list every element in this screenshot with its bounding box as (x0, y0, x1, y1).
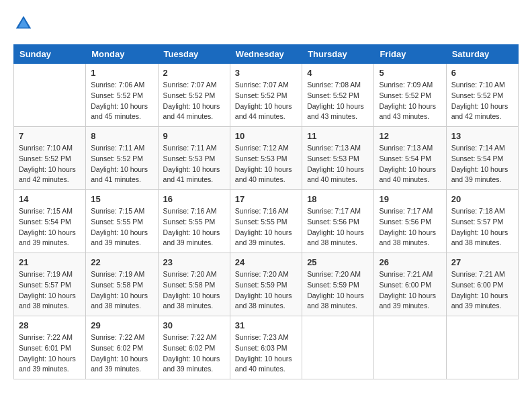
day-number: 31 (235, 320, 297, 330)
calendar-body: 1Sunrise: 7:06 AM Sunset: 5:52 PM Daylig… (14, 64, 519, 379)
calendar-week-row: 7Sunrise: 7:10 AM Sunset: 5:52 PM Daylig… (14, 127, 519, 190)
calendar-table: SundayMondayTuesdayWednesdayThursdayFrid… (13, 44, 519, 379)
day-number: 10 (235, 131, 297, 141)
day-info: Sunrise: 7:13 AM Sunset: 5:54 PM Dayligh… (379, 143, 441, 185)
calendar-cell: 14Sunrise: 7:15 AM Sunset: 5:54 PM Dayli… (14, 190, 86, 253)
calendar-cell: 22Sunrise: 7:19 AM Sunset: 5:58 PM Dayli… (86, 253, 158, 316)
calendar-cell (302, 316, 374, 379)
day-info: Sunrise: 7:23 AM Sunset: 6:03 PM Dayligh… (235, 332, 297, 375)
day-number: 12 (379, 131, 441, 141)
day-number: 1 (91, 68, 152, 78)
calendar-cell: 31Sunrise: 7:23 AM Sunset: 6:03 PM Dayli… (230, 316, 302, 379)
day-number: 29 (91, 320, 152, 330)
day-info: Sunrise: 7:15 AM Sunset: 5:54 PM Dayligh… (19, 206, 81, 248)
calendar-week-row: 14Sunrise: 7:15 AM Sunset: 5:54 PM Dayli… (14, 190, 519, 253)
day-number: 25 (307, 257, 369, 267)
day-number: 15 (91, 194, 152, 204)
calendar-header-sunday: Sunday (14, 45, 86, 64)
day-info: Sunrise: 7:18 AM Sunset: 5:57 PM Dayligh… (451, 206, 513, 248)
day-info: Sunrise: 7:14 AM Sunset: 5:54 PM Dayligh… (451, 143, 513, 185)
day-info: Sunrise: 7:11 AM Sunset: 5:53 PM Dayligh… (163, 143, 225, 185)
calendar-cell: 20Sunrise: 7:18 AM Sunset: 5:57 PM Dayli… (446, 190, 518, 253)
calendar-cell: 9Sunrise: 7:11 AM Sunset: 5:53 PM Daylig… (158, 127, 230, 190)
day-info: Sunrise: 7:19 AM Sunset: 5:58 PM Dayligh… (91, 269, 152, 312)
calendar-cell: 3Sunrise: 7:07 AM Sunset: 5:52 PM Daylig… (230, 64, 302, 127)
day-number: 26 (379, 257, 441, 267)
calendar-cell: 10Sunrise: 7:12 AM Sunset: 5:53 PM Dayli… (230, 127, 302, 190)
calendar-cell: 7Sunrise: 7:10 AM Sunset: 5:52 PM Daylig… (14, 127, 86, 190)
day-info: Sunrise: 7:11 AM Sunset: 5:52 PM Dayligh… (91, 143, 152, 185)
day-number: 3 (235, 68, 297, 78)
day-number: 14 (19, 194, 81, 204)
calendar-cell: 19Sunrise: 7:17 AM Sunset: 5:56 PM Dayli… (374, 190, 446, 253)
calendar-cell: 17Sunrise: 7:16 AM Sunset: 5:55 PM Dayli… (230, 190, 302, 253)
calendar-week-row: 28Sunrise: 7:22 AM Sunset: 6:01 PM Dayli… (14, 316, 519, 379)
calendar-cell: 27Sunrise: 7:21 AM Sunset: 6:00 PM Dayli… (446, 253, 518, 316)
day-number: 23 (163, 257, 225, 267)
day-info: Sunrise: 7:10 AM Sunset: 5:52 PM Dayligh… (451, 80, 513, 122)
day-number: 24 (235, 257, 297, 267)
day-info: Sunrise: 7:17 AM Sunset: 5:56 PM Dayligh… (379, 206, 441, 248)
day-number: 20 (451, 194, 513, 204)
day-number: 9 (163, 131, 225, 141)
calendar-header-tuesday: Tuesday (158, 45, 230, 64)
day-info: Sunrise: 7:16 AM Sunset: 5:55 PM Dayligh… (235, 206, 297, 248)
calendar-header-wednesday: Wednesday (230, 45, 302, 64)
calendar-cell: 25Sunrise: 7:20 AM Sunset: 5:59 PM Dayli… (302, 253, 374, 316)
day-number: 11 (307, 131, 369, 141)
calendar-cell: 21Sunrise: 7:19 AM Sunset: 5:57 PM Dayli… (14, 253, 86, 316)
day-number: 13 (451, 131, 513, 141)
day-info: Sunrise: 7:20 AM Sunset: 5:59 PM Dayligh… (235, 269, 297, 312)
calendar-cell: 29Sunrise: 7:22 AM Sunset: 6:02 PM Dayli… (86, 316, 158, 379)
day-info: Sunrise: 7:22 AM Sunset: 6:02 PM Dayligh… (163, 332, 225, 375)
day-info: Sunrise: 7:09 AM Sunset: 5:52 PM Dayligh… (379, 80, 441, 122)
day-info: Sunrise: 7:21 AM Sunset: 6:00 PM Dayligh… (379, 269, 441, 312)
calendar-cell: 15Sunrise: 7:15 AM Sunset: 5:55 PM Dayli… (86, 190, 158, 253)
calendar-week-row: 1Sunrise: 7:06 AM Sunset: 5:52 PM Daylig… (14, 64, 519, 127)
day-info: Sunrise: 7:21 AM Sunset: 6:00 PM Dayligh… (451, 269, 513, 312)
calendar-header-friday: Friday (374, 45, 446, 64)
calendar-cell: 26Sunrise: 7:21 AM Sunset: 6:00 PM Dayli… (374, 253, 446, 316)
calendar-cell: 13Sunrise: 7:14 AM Sunset: 5:54 PM Dayli… (446, 127, 518, 190)
calendar-cell: 5Sunrise: 7:09 AM Sunset: 5:52 PM Daylig… (374, 64, 446, 127)
calendar-cell: 2Sunrise: 7:07 AM Sunset: 5:52 PM Daylig… (158, 64, 230, 127)
day-number: 5 (379, 68, 441, 78)
calendar-header-thursday: Thursday (302, 45, 374, 64)
calendar-cell: 24Sunrise: 7:20 AM Sunset: 5:59 PM Dayli… (230, 253, 302, 316)
page-header (13, 13, 519, 34)
calendar-cell: 1Sunrise: 7:06 AM Sunset: 5:52 PM Daylig… (86, 64, 158, 127)
day-number: 8 (91, 131, 152, 141)
logo-icon (13, 13, 34, 34)
calendar-cell: 8Sunrise: 7:11 AM Sunset: 5:52 PM Daylig… (86, 127, 158, 190)
calendar-cell (374, 316, 446, 379)
day-info: Sunrise: 7:17 AM Sunset: 5:56 PM Dayligh… (307, 206, 369, 248)
day-number: 27 (451, 257, 513, 267)
day-info: Sunrise: 7:10 AM Sunset: 5:52 PM Dayligh… (19, 143, 81, 185)
calendar-cell: 11Sunrise: 7:13 AM Sunset: 5:53 PM Dayli… (302, 127, 374, 190)
calendar-cell: 23Sunrise: 7:20 AM Sunset: 5:58 PM Dayli… (158, 253, 230, 316)
day-number: 21 (19, 257, 81, 267)
day-info: Sunrise: 7:16 AM Sunset: 5:55 PM Dayligh… (163, 206, 225, 248)
day-info: Sunrise: 7:13 AM Sunset: 5:53 PM Dayligh… (307, 143, 369, 185)
calendar-cell (446, 316, 518, 379)
day-info: Sunrise: 7:07 AM Sunset: 5:52 PM Dayligh… (163, 80, 225, 122)
day-info: Sunrise: 7:08 AM Sunset: 5:52 PM Dayligh… (307, 80, 369, 122)
day-number: 22 (91, 257, 152, 267)
day-number: 2 (163, 68, 225, 78)
day-info: Sunrise: 7:15 AM Sunset: 5:55 PM Dayligh… (91, 206, 152, 248)
calendar-cell: 6Sunrise: 7:10 AM Sunset: 5:52 PM Daylig… (446, 64, 518, 127)
day-info: Sunrise: 7:19 AM Sunset: 5:57 PM Dayligh… (19, 269, 81, 312)
day-info: Sunrise: 7:12 AM Sunset: 5:53 PM Dayligh… (235, 143, 297, 185)
day-number: 18 (307, 194, 369, 204)
calendar-header-saturday: Saturday (446, 45, 518, 64)
calendar-header-monday: Monday (86, 45, 158, 64)
day-info: Sunrise: 7:06 AM Sunset: 5:52 PM Dayligh… (91, 80, 152, 122)
day-info: Sunrise: 7:22 AM Sunset: 6:02 PM Dayligh… (91, 332, 152, 375)
calendar-cell (14, 64, 86, 127)
calendar-cell: 4Sunrise: 7:08 AM Sunset: 5:52 PM Daylig… (302, 64, 374, 127)
calendar-cell: 28Sunrise: 7:22 AM Sunset: 6:01 PM Dayli… (14, 316, 86, 379)
day-number: 30 (163, 320, 225, 330)
calendar-cell: 18Sunrise: 7:17 AM Sunset: 5:56 PM Dayli… (302, 190, 374, 253)
calendar-header-row: SundayMondayTuesdayWednesdayThursdayFrid… (14, 45, 519, 64)
day-info: Sunrise: 7:07 AM Sunset: 5:52 PM Dayligh… (235, 80, 297, 122)
